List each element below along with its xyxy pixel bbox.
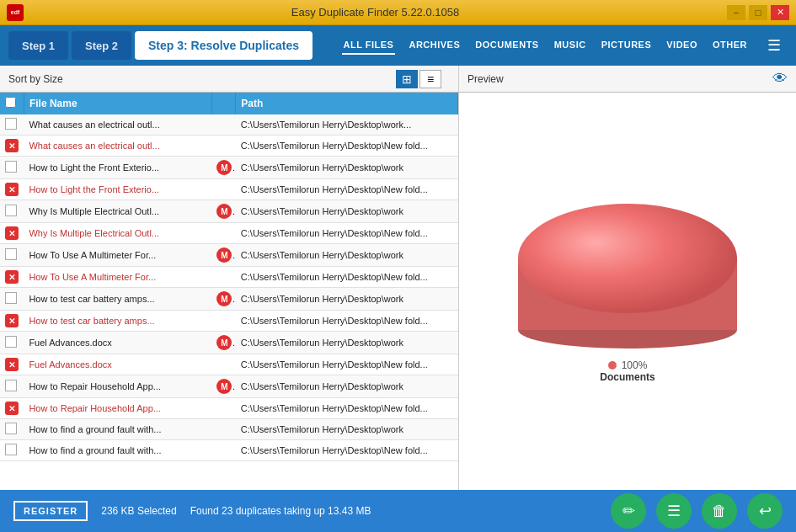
table-row: ✕How To Use A Multimeter For...C:\Users\… — [0, 267, 458, 288]
pie-legend: 100% Documents — [600, 359, 654, 383]
undo-button[interactable]: ↩ — [747, 493, 783, 529]
hamburger-icon[interactable]: ☰ — [767, 36, 781, 55]
row-filename: How to Light the Front Exterio... — [24, 157, 211, 179]
maximize-button[interactable]: □ — [749, 5, 767, 20]
step3-button[interactable]: Step 3: Resolve Duplicates — [135, 31, 313, 60]
edit-button[interactable]: ✏ — [611, 493, 646, 529]
x-mark[interactable]: ✕ — [5, 314, 19, 327]
row-badge: M — [211, 157, 235, 179]
table-row: ✕How to Light the Front Exterio...C:\Use… — [0, 179, 458, 200]
check-box[interactable] — [5, 205, 17, 216]
row-filename: What causes an electrical outl... — [24, 114, 211, 136]
file-table-scroll[interactable]: File Name Path What causes an electrical… — [0, 93, 458, 490]
sort-bar: Sort by Size ⊞ ≡ — [0, 66, 459, 92]
tab-documents[interactable]: DOCUMENTS — [473, 36, 540, 55]
col-filename: File Name — [24, 93, 211, 114]
row-badge — [211, 267, 235, 288]
row-filename: How to Repair Household App... — [24, 375, 211, 398]
check-box[interactable] — [5, 423, 17, 434]
list-button[interactable]: ☰ — [656, 493, 692, 529]
pie-chart: 100% Documents — [510, 174, 745, 383]
step1-button[interactable]: Step 1 — [8, 31, 68, 60]
register-button[interactable]: REGISTER — [13, 501, 88, 521]
x-mark[interactable]: ✕ — [5, 183, 19, 196]
row-checkbox-cell: ✕ — [0, 179, 24, 200]
found-info: Found 23 duplicates taking up 13.43 MB — [190, 505, 371, 517]
legend-percent: 100% — [622, 359, 648, 371]
x-mark[interactable]: ✕ — [5, 139, 19, 152]
row-filename: How To Use A Multimeter For... — [24, 244, 211, 267]
preview-label: Preview — [467, 73, 504, 85]
legend-dot — [608, 361, 617, 370]
x-mark[interactable]: ✕ — [5, 226, 19, 240]
check-box[interactable] — [5, 118, 17, 130]
row-checkbox-cell — [0, 419, 24, 440]
row-filename: How to test car battery amps... — [24, 288, 211, 311]
tab-archives[interactable]: ARCHIVES — [407, 36, 462, 55]
title-bar-text: Easy Duplicate Finder 5.22.0.1058 — [24, 6, 727, 19]
row-path: C:\Users\Temilorun Herry\Desktop\work — [236, 332, 458, 354]
row-filename: Why Is Multiple Electrical Outl... — [24, 200, 211, 223]
x-mark[interactable]: ✕ — [5, 402, 19, 415]
tab-pictures[interactable]: PICTURES — [600, 36, 654, 55]
row-filename: How to find a ground fault with... — [24, 419, 211, 440]
table-row: How To Use A Multimeter For...MC:\Users\… — [0, 244, 458, 267]
file-list-container: File Name Path What causes an electrical… — [0, 93, 459, 490]
check-box[interactable] — [5, 248, 17, 260]
select-all-checkbox[interactable] — [5, 97, 16, 108]
row-path: C:\Users\Temilorun Herry\Desktop\New fol… — [236, 267, 458, 288]
row-path: C:\Users\Temilorun Herry\Desktop\New fol… — [236, 398, 458, 419]
table-row: How to find a ground fault with...C:\Use… — [0, 440, 458, 461]
main-area: File Name Path What causes an electrical… — [0, 93, 796, 490]
row-checkbox-cell — [0, 244, 24, 267]
m-badge: M — [216, 291, 232, 306]
x-mark[interactable]: ✕ — [5, 358, 19, 371]
tab-all-files[interactable]: ALL FILES — [342, 36, 396, 55]
row-badge: M — [211, 332, 235, 354]
row-badge — [211, 419, 235, 440]
check-box[interactable] — [5, 336, 17, 348]
row-path: C:\Users\Temilorun Herry\Desktop\New fol… — [236, 179, 458, 200]
list-view-button[interactable]: ≡ — [419, 70, 441, 88]
tab-other[interactable]: OTHER — [711, 36, 749, 55]
row-checkbox-cell: ✕ — [0, 354, 24, 375]
table-row: ✕How to test car battery amps...C:\Users… — [0, 311, 458, 332]
close-button[interactable]: ✕ — [771, 5, 789, 20]
header-row: Sort by Size ⊞ ≡ Preview 👁 — [0, 66, 796, 93]
app-logo: edf — [7, 4, 24, 21]
row-filename: How to Repair Household App... — [24, 398, 211, 419]
row-path: C:\Users\Temilorun Herry\Desktop\work... — [236, 114, 458, 136]
row-filename: Fuel Advances.docx — [24, 354, 211, 375]
eye-icon[interactable]: 👁 — [772, 70, 788, 88]
minimize-button[interactable]: − — [727, 5, 745, 20]
tab-video[interactable]: VIDEO — [665, 36, 699, 55]
check-box[interactable] — [5, 292, 17, 304]
row-path: C:\Users\Temilorun Herry\Desktop\work — [236, 200, 458, 223]
step2-button[interactable]: Step 2 — [72, 31, 131, 60]
table-row: How to find a ground fault with...C:\Use… — [0, 419, 458, 440]
m-badge: M — [216, 379, 232, 394]
grid-view-button[interactable]: ⊞ — [396, 70, 418, 88]
tab-music[interactable]: MUSIC — [553, 36, 588, 55]
bottom-bar: REGISTER 236 KB Selected Found 23 duplic… — [0, 490, 796, 532]
table-row: Why Is Multiple Electrical Outl...MC:\Us… — [0, 200, 458, 223]
row-filename: What causes an electrical outl... — [24, 136, 211, 157]
check-box[interactable] — [5, 444, 17, 455]
row-filename: How To Use A Multimeter For... — [24, 267, 211, 288]
delete-button[interactable]: 🗑 — [702, 493, 737, 529]
row-badge — [211, 136, 235, 157]
legend-item: 100% — [608, 359, 648, 371]
row-checkbox-cell — [0, 375, 24, 398]
row-path: C:\Users\Temilorun Herry\Desktop\work — [236, 288, 458, 311]
row-badge — [211, 223, 235, 244]
row-badge: M — [211, 375, 235, 398]
x-mark[interactable]: ✕ — [5, 270, 19, 284]
row-badge: M — [211, 288, 235, 311]
m-badge: M — [216, 204, 232, 219]
m-badge: M — [216, 160, 232, 175]
check-box[interactable] — [5, 380, 17, 391]
file-type-tabs: ALL FILES ARCHIVES DOCUMENTS MUSIC PICTU… — [342, 36, 788, 55]
table-row: ✕Why Is Multiple Electrical Outl...C:\Us… — [0, 223, 458, 244]
check-box[interactable] — [5, 161, 17, 173]
row-badge — [211, 354, 235, 375]
